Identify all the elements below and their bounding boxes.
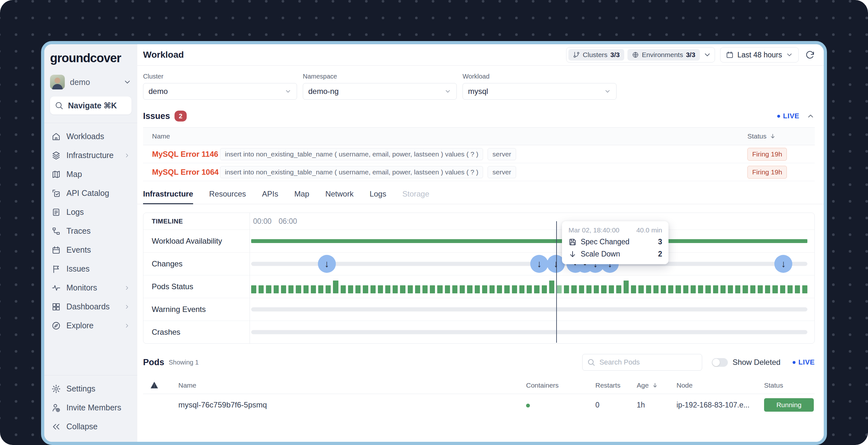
pod-age: 1h — [632, 401, 672, 409]
refresh-icon[interactable] — [805, 50, 815, 60]
tab-logs[interactable]: Logs — [370, 189, 386, 204]
scale-down-marker[interactable]: ↓ — [774, 255, 792, 273]
container-ok-dot — [526, 404, 530, 408]
pod-name[interactable]: mysql-76c759b7f6-5psmq — [165, 401, 522, 409]
scope-selector[interactable]: Clusters 3/3 Environments 3/3 — [566, 47, 715, 63]
pods-status-bar — [274, 285, 279, 293]
search-icon — [55, 101, 63, 110]
sidebar-item-infrastructure[interactable]: Infrastructure — [50, 146, 131, 165]
tab-apis[interactable]: APIs — [262, 189, 278, 204]
sidebar-item-api-catalog[interactable]: API Catalog — [50, 184, 131, 202]
pods-live-indicator[interactable]: LIVE — [793, 358, 815, 367]
pod-node[interactable]: ip-192-168-83-107.e... — [672, 401, 760, 409]
pods-status-bar — [281, 285, 286, 293]
sort-desc-icon[interactable] — [651, 382, 658, 389]
pods-status-bar — [802, 285, 807, 293]
tab-network[interactable]: Network — [325, 189, 353, 204]
tab-infrastructure[interactable]: Infrastructure — [143, 189, 193, 204]
sidebar-item-events[interactable]: Events — [50, 241, 131, 259]
issues-section: Issues 2 LIVE Name Status My — [137, 109, 824, 181]
globe-icon — [632, 51, 639, 58]
sidebar-item-logs[interactable]: Logs — [50, 202, 131, 222]
show-deleted-toggle[interactable] — [712, 358, 728, 367]
navigate-input[interactable] — [67, 101, 127, 110]
navigate-search[interactable] — [50, 96, 131, 115]
sidebar-spacer — [50, 335, 131, 367]
pods-search-input[interactable] — [599, 358, 698, 367]
status-badge: Firing 19h — [747, 148, 787, 161]
issues-live-indicator[interactable]: LIVE — [777, 112, 799, 120]
calendar-icon — [725, 51, 734, 59]
pods-status-bar — [772, 285, 778, 293]
sidebar-item-settings[interactable]: Settings — [50, 379, 131, 398]
pulse-icon — [51, 283, 61, 293]
pods-status-bar — [258, 285, 264, 293]
pods-status-bar — [624, 281, 629, 293]
sidebar-item-dashboards[interactable]: Dashboards — [50, 297, 131, 316]
warning-icon — [150, 381, 158, 389]
changes-track[interactable]: ↓↓↓↓↓↓ — [250, 253, 814, 275]
chevron-up-icon[interactable] — [806, 112, 815, 120]
workload-select[interactable]: mysql — [463, 83, 617, 100]
pods-status-bar — [638, 285, 644, 293]
namespace-select[interactable]: demo-ng — [303, 83, 457, 100]
scale-down-marker[interactable]: ↓ — [318, 255, 336, 273]
issues-title: Issues — [143, 111, 170, 121]
pods-status-bar — [713, 285, 718, 293]
pods-status-bar — [251, 285, 256, 293]
compass-icon — [51, 321, 61, 330]
sort-desc-icon[interactable] — [769, 133, 776, 140]
pods-status-bar — [504, 285, 509, 293]
pods-search[interactable] — [582, 354, 702, 371]
flag-icon — [51, 264, 61, 274]
pods-status-bar — [549, 281, 554, 293]
pods-status-bar — [393, 285, 398, 293]
time-range-value: Last 48 hours — [738, 51, 782, 59]
sidebar-item-map[interactable]: Map — [50, 165, 131, 184]
time-range-selector[interactable]: Last 48 hours — [720, 47, 799, 63]
environments-pill[interactable]: Environments 3/3 — [627, 49, 700, 61]
scale-down-marker[interactable]: ↓ — [530, 255, 548, 273]
crashes-track[interactable] — [250, 321, 814, 343]
availability-track[interactable] — [250, 230, 814, 252]
sidebar-item-invite-members[interactable]: Invite Members — [50, 398, 131, 417]
pods-status-bar — [400, 285, 405, 293]
account-switcher[interactable]: demo — [50, 75, 131, 90]
pods-status-bar — [363, 285, 368, 293]
pods-status-bar — [579, 285, 584, 293]
sidebar-item-explore[interactable]: Explore — [50, 316, 131, 335]
sidebar-item-workloads[interactable]: Workloads — [50, 127, 131, 146]
issue-row[interactable]: MySQL Error 1146 insert into non_existin… — [143, 145, 815, 163]
sidebar-collapse-button[interactable]: Collapse — [50, 417, 131, 436]
clusters-pill[interactable]: Clusters 3/3 — [568, 49, 624, 61]
pods-status-bar — [661, 285, 666, 293]
cluster-select[interactable]: demo — [143, 83, 297, 100]
tab-map[interactable]: Map — [294, 189, 309, 204]
pod-row[interactable]: mysql-76c759b7f6-5psmq 0 1h ip-192-168-8… — [143, 394, 815, 416]
api-catalog-icon — [51, 189, 61, 198]
tab-storage: Storage — [402, 189, 429, 204]
tooltip-duration: 40.0 min — [637, 226, 662, 234]
pods-status-bar — [534, 285, 539, 293]
pods-status-bar — [460, 285, 465, 293]
pods-status-track[interactable] — [250, 276, 814, 298]
pods-status-bar — [423, 285, 428, 293]
pods-status-bar — [348, 285, 353, 293]
pods-status-bar — [668, 285, 673, 293]
sidebar-item-issues[interactable]: Issues — [50, 259, 131, 278]
chevron-right-icon — [124, 322, 130, 329]
pods-status-bar — [586, 285, 591, 293]
tab-resources[interactable]: Resources — [209, 189, 246, 204]
sidebar-item-traces[interactable]: Traces — [50, 222, 131, 241]
pods-status-bar — [720, 285, 725, 293]
pods-status-bar — [296, 285, 301, 293]
timeline-header: TIMELINE — [152, 218, 183, 225]
brand-logo: groundcover — [50, 51, 131, 65]
warning-events-track[interactable] — [250, 298, 814, 321]
pods-status-bar — [333, 281, 338, 293]
pods-status-bar — [728, 285, 733, 293]
sidebar-item-monitors[interactable]: Monitors — [50, 278, 131, 297]
row-label-changes: Changes — [152, 259, 183, 268]
home-icon — [51, 132, 61, 141]
issue-row[interactable]: MySQL Error 1064 insert into non_existin… — [143, 163, 815, 181]
